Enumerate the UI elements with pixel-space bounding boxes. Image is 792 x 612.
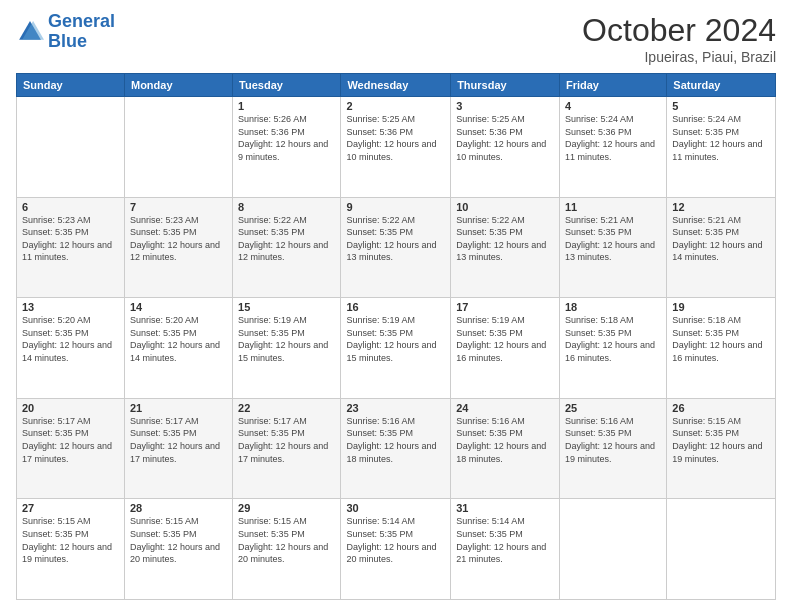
sunrise-text: Sunrise: 5:22 AM	[238, 214, 335, 227]
calendar-cell: 12Sunrise: 5:21 AMSunset: 5:35 PMDayligh…	[667, 197, 776, 298]
day-number: 20	[22, 402, 119, 414]
day-detail: Sunrise: 5:18 AMSunset: 5:35 PMDaylight:…	[565, 314, 661, 364]
daylight-text: Daylight: 12 hours and 15 minutes.	[346, 339, 445, 364]
weekday-row: SundayMondayTuesdayWednesdayThursdayFrid…	[17, 74, 776, 97]
day-detail: Sunrise: 5:16 AMSunset: 5:35 PMDaylight:…	[565, 415, 661, 465]
sunrise-text: Sunrise: 5:15 AM	[22, 515, 119, 528]
sunrise-text: Sunrise: 5:22 AM	[456, 214, 554, 227]
daylight-text: Daylight: 12 hours and 16 minutes.	[672, 339, 770, 364]
day-number: 1	[238, 100, 335, 112]
sunset-text: Sunset: 5:35 PM	[22, 327, 119, 340]
sunrise-text: Sunrise: 5:17 AM	[22, 415, 119, 428]
day-detail: Sunrise: 5:20 AMSunset: 5:35 PMDaylight:…	[130, 314, 227, 364]
day-number: 27	[22, 502, 119, 514]
sunrise-text: Sunrise: 5:16 AM	[456, 415, 554, 428]
day-detail: Sunrise: 5:17 AMSunset: 5:35 PMDaylight:…	[238, 415, 335, 465]
page: General Blue October 2024 Ipueiras, Piau…	[0, 0, 792, 612]
sunset-text: Sunset: 5:35 PM	[130, 226, 227, 239]
sunrise-text: Sunrise: 5:19 AM	[346, 314, 445, 327]
calendar-cell: 11Sunrise: 5:21 AMSunset: 5:35 PMDayligh…	[559, 197, 666, 298]
calendar-cell: 15Sunrise: 5:19 AMSunset: 5:35 PMDayligh…	[233, 298, 341, 399]
sunrise-text: Sunrise: 5:14 AM	[346, 515, 445, 528]
day-number: 12	[672, 201, 770, 213]
day-detail: Sunrise: 5:22 AMSunset: 5:35 PMDaylight:…	[346, 214, 445, 264]
day-number: 22	[238, 402, 335, 414]
day-number: 19	[672, 301, 770, 313]
sunset-text: Sunset: 5:35 PM	[22, 427, 119, 440]
sunrise-text: Sunrise: 5:24 AM	[672, 113, 770, 126]
logo-line1: General	[48, 11, 115, 31]
calendar-cell: 25Sunrise: 5:16 AMSunset: 5:35 PMDayligh…	[559, 398, 666, 499]
day-detail: Sunrise: 5:22 AMSunset: 5:35 PMDaylight:…	[456, 214, 554, 264]
day-detail: Sunrise: 5:25 AMSunset: 5:36 PMDaylight:…	[456, 113, 554, 163]
day-number: 14	[130, 301, 227, 313]
calendar-cell: 19Sunrise: 5:18 AMSunset: 5:35 PMDayligh…	[667, 298, 776, 399]
day-detail: Sunrise: 5:21 AMSunset: 5:35 PMDaylight:…	[672, 214, 770, 264]
logo: General Blue	[16, 12, 115, 52]
day-number: 24	[456, 402, 554, 414]
daylight-text: Daylight: 12 hours and 13 minutes.	[565, 239, 661, 264]
calendar-cell: 29Sunrise: 5:15 AMSunset: 5:35 PMDayligh…	[233, 499, 341, 600]
sunrise-text: Sunrise: 5:19 AM	[456, 314, 554, 327]
sunrise-text: Sunrise: 5:21 AM	[672, 214, 770, 227]
day-detail: Sunrise: 5:22 AMSunset: 5:35 PMDaylight:…	[238, 214, 335, 264]
logo-icon	[16, 18, 44, 46]
day-detail: Sunrise: 5:17 AMSunset: 5:35 PMDaylight:…	[130, 415, 227, 465]
calendar-body: 1Sunrise: 5:26 AMSunset: 5:36 PMDaylight…	[17, 97, 776, 600]
day-detail: Sunrise: 5:14 AMSunset: 5:35 PMDaylight:…	[346, 515, 445, 565]
daylight-text: Daylight: 12 hours and 16 minutes.	[456, 339, 554, 364]
day-number: 4	[565, 100, 661, 112]
main-title: October 2024	[582, 12, 776, 49]
day-detail: Sunrise: 5:16 AMSunset: 5:35 PMDaylight:…	[456, 415, 554, 465]
day-detail: Sunrise: 5:19 AMSunset: 5:35 PMDaylight:…	[456, 314, 554, 364]
calendar-cell: 2Sunrise: 5:25 AMSunset: 5:36 PMDaylight…	[341, 97, 451, 198]
day-number: 17	[456, 301, 554, 313]
weekday-header: Thursday	[451, 74, 560, 97]
day-detail: Sunrise: 5:26 AMSunset: 5:36 PMDaylight:…	[238, 113, 335, 163]
sunrise-text: Sunrise: 5:21 AM	[565, 214, 661, 227]
day-detail: Sunrise: 5:18 AMSunset: 5:35 PMDaylight:…	[672, 314, 770, 364]
calendar-cell: 31Sunrise: 5:14 AMSunset: 5:35 PMDayligh…	[451, 499, 560, 600]
sunrise-text: Sunrise: 5:23 AM	[130, 214, 227, 227]
day-number: 29	[238, 502, 335, 514]
daylight-text: Daylight: 12 hours and 13 minutes.	[456, 239, 554, 264]
sunset-text: Sunset: 5:35 PM	[456, 427, 554, 440]
day-detail: Sunrise: 5:16 AMSunset: 5:35 PMDaylight:…	[346, 415, 445, 465]
calendar-cell: 22Sunrise: 5:17 AMSunset: 5:35 PMDayligh…	[233, 398, 341, 499]
daylight-text: Daylight: 12 hours and 17 minutes.	[130, 440, 227, 465]
daylight-text: Daylight: 12 hours and 10 minutes.	[456, 138, 554, 163]
sunset-text: Sunset: 5:35 PM	[565, 226, 661, 239]
calendar-week-row: 20Sunrise: 5:17 AMSunset: 5:35 PMDayligh…	[17, 398, 776, 499]
daylight-text: Daylight: 12 hours and 12 minutes.	[130, 239, 227, 264]
sunset-text: Sunset: 5:35 PM	[238, 327, 335, 340]
logo-text: General Blue	[48, 12, 115, 52]
sunrise-text: Sunrise: 5:23 AM	[22, 214, 119, 227]
day-number: 21	[130, 402, 227, 414]
day-detail: Sunrise: 5:23 AMSunset: 5:35 PMDaylight:…	[22, 214, 119, 264]
day-detail: Sunrise: 5:25 AMSunset: 5:36 PMDaylight:…	[346, 113, 445, 163]
sunrise-text: Sunrise: 5:26 AM	[238, 113, 335, 126]
sunset-text: Sunset: 5:35 PM	[672, 327, 770, 340]
sunset-text: Sunset: 5:35 PM	[672, 126, 770, 139]
day-number: 30	[346, 502, 445, 514]
daylight-text: Daylight: 12 hours and 16 minutes.	[565, 339, 661, 364]
calendar-cell: 28Sunrise: 5:15 AMSunset: 5:35 PMDayligh…	[124, 499, 232, 600]
calendar-cell: 20Sunrise: 5:17 AMSunset: 5:35 PMDayligh…	[17, 398, 125, 499]
sunset-text: Sunset: 5:35 PM	[346, 327, 445, 340]
sunset-text: Sunset: 5:35 PM	[456, 528, 554, 541]
sunset-text: Sunset: 5:35 PM	[346, 528, 445, 541]
sunset-text: Sunset: 5:35 PM	[672, 226, 770, 239]
day-number: 15	[238, 301, 335, 313]
sunrise-text: Sunrise: 5:24 AM	[565, 113, 661, 126]
daylight-text: Daylight: 12 hours and 19 minutes.	[22, 541, 119, 566]
sunrise-text: Sunrise: 5:17 AM	[238, 415, 335, 428]
daylight-text: Daylight: 12 hours and 14 minutes.	[672, 239, 770, 264]
sunrise-text: Sunrise: 5:15 AM	[130, 515, 227, 528]
daylight-text: Daylight: 12 hours and 13 minutes.	[346, 239, 445, 264]
day-number: 13	[22, 301, 119, 313]
sunset-text: Sunset: 5:35 PM	[130, 327, 227, 340]
calendar-cell	[17, 97, 125, 198]
calendar-cell: 3Sunrise: 5:25 AMSunset: 5:36 PMDaylight…	[451, 97, 560, 198]
calendar-cell: 9Sunrise: 5:22 AMSunset: 5:35 PMDaylight…	[341, 197, 451, 298]
weekday-header: Wednesday	[341, 74, 451, 97]
